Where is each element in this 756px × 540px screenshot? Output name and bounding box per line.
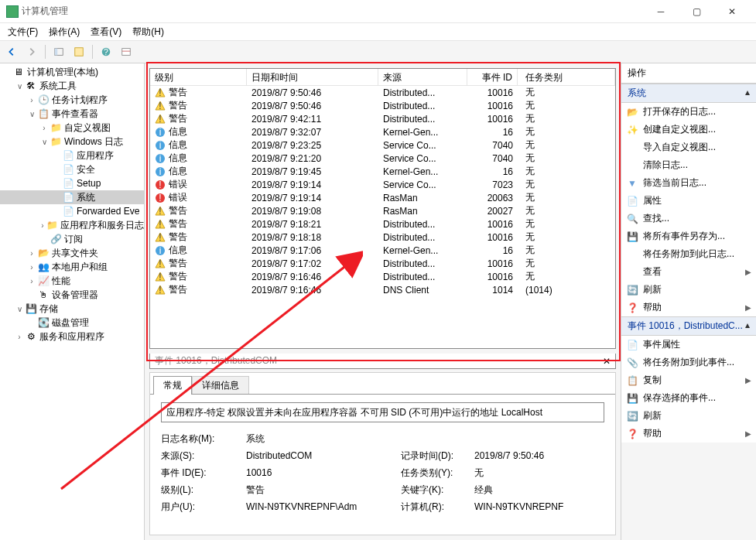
tree-item[interactable]: ›📁应用程序和服务日志 [0,218,144,232]
grid-row[interactable]: !警告2019/8/7 9:18:21Distributed...10016无 [150,217,615,231]
tree-item[interactable]: ∨📁Windows 日志 [0,135,144,149]
action-item[interactable]: 将任务附加到此日志... [621,245,756,263]
grid-row[interactable]: !警告2019/8/7 9:16:46DNS Client1014(1014) [150,283,615,296]
tree-item[interactable]: 💽磁盘管理 [0,316,144,330]
action-item[interactable]: 📋复制▶ [621,371,756,389]
action-button[interactable] [118,43,135,60]
summary-bar[interactable]: 事件 10016，DistributedCOM ✕ [149,354,616,369]
action-item[interactable]: 清除日志... [621,156,756,174]
col-datetime[interactable]: 日期和时间 [247,69,378,85]
tree-item[interactable]: 📄安全 [0,162,144,176]
tree-item[interactable]: ›📂共享文件夹 [0,246,144,260]
collapse-icon[interactable]: ▴ [745,320,750,330]
grid-row[interactable]: !警告2019/8/7 9:16:46Distributed...10016无 [150,270,615,283]
navigation-tree[interactable]: 🖥计算机管理(本地)∨🛠系统工具›🕒任务计划程序∨📋事件查看器›📁自定义视图∨📁… [0,63,145,540]
tree-twisty[interactable]: › [26,277,37,285]
tree-item[interactable]: 📄Setup [0,176,144,190]
tree-item[interactable]: 🖥计算机管理(本地) [0,65,144,79]
action-item[interactable]: ❓帮助▶ [621,299,756,316]
grid-row[interactable]: !警告2019/8/7 9:19:08RasMan20027无 [150,204,615,217]
action-item[interactable]: 💾将所有事件另存为... [621,227,756,245]
show-hide-button[interactable] [50,43,67,60]
menu-view[interactable]: 查看(V) [86,24,126,40]
collapse-icon[interactable]: ▴ [745,87,750,97]
tree-item[interactable]: ∨🛠系统工具 [0,79,144,93]
tree-twisty[interactable]: › [39,221,46,230]
tree-item[interactable]: ›⚙服务和应用程序 [0,330,144,343]
maximize-button[interactable]: ▢ [679,0,714,23]
action-item[interactable]: 💾保存选择的事件... [621,389,756,407]
tree-twisty[interactable]: ∨ [14,82,25,91]
grid-row[interactable]: i信息2019/8/7 9:23:25Service Co...7040无 [150,138,615,152]
help-button[interactable]: ? [97,43,115,60]
level-icon: ! [155,219,166,230]
tree-twisty[interactable]: › [14,333,25,341]
action-item[interactable]: ✨创建自定义视图... [621,121,756,138]
menu-help[interactable]: 帮助(H) [128,24,169,40]
cell-source: Kernel-Gen... [378,166,467,178]
tree-item[interactable]: 🖱设备管理器 [0,288,144,302]
action-item[interactable]: 🔍查找... [621,210,756,227]
menu-file[interactable]: 文件(F) [3,24,43,40]
col-eventid[interactable]: 事件 ID [467,69,518,85]
tree-item[interactable]: ›🕒任务计划程序 [0,93,144,107]
col-category[interactable]: 任务类别 [518,69,615,85]
grid-row[interactable]: i信息2019/8/7 9:19:45Kernel-Gen...16无 [150,165,615,178]
tree-twisty[interactable]: ∨ [14,305,25,313]
minimize-button[interactable]: ─ [643,0,679,23]
action-item[interactable]: 查看▶ [621,263,756,281]
tree-twisty[interactable]: › [26,96,37,104]
action-item[interactable]: 🔄刷新 [621,281,756,299]
tree-item[interactable]: ∨💾存储 [0,302,144,316]
grid-row[interactable]: !警告2019/8/7 9:50:46Distributed...10016无 [150,99,615,112]
tree-twisty[interactable]: ∨ [39,138,50,146]
action-item[interactable]: 📎将任务附加到此事件... [621,354,756,371]
tree-icon: 👥 [37,261,50,273]
menu-action[interactable]: 操作(A) [44,24,84,40]
properties-button[interactable] [70,43,87,60]
tree-twisty[interactable]: › [39,124,50,132]
tree-item[interactable]: 📄应用程序 [0,149,144,162]
action-item[interactable]: 🔄刷新 [621,407,756,425]
close-icon[interactable]: ✕ [603,356,611,367]
actions-header: 操作 [621,63,756,84]
col-source[interactable]: 来源 [378,69,467,85]
col-level[interactable]: 级别 [150,69,247,85]
action-item[interactable]: 📂打开保存的日志... [621,103,756,121]
tree-twisty[interactable]: › [26,249,37,258]
action-item[interactable]: 导入自定义视图... [621,138,756,156]
tree-twisty[interactable]: ∨ [26,110,37,118]
action-icon: ❓ [626,428,638,440]
svg-text:!: ! [159,219,161,230]
tab-details[interactable]: 详细信息 [192,376,249,395]
cell-datetime: 2019/8/7 9:42:11 [247,113,378,125]
tree-item[interactable]: ›👥本地用户和组 [0,260,144,274]
tab-general[interactable]: 常规 [153,376,192,395]
action-item[interactable]: 📄事件属性 [621,336,756,354]
grid-row[interactable]: i信息2019/8/7 9:21:20Service Co...7040无 [150,152,615,165]
prop-value: 无 [474,467,484,480]
tree-item[interactable]: 🔗订阅 [0,232,144,246]
tree-item[interactable]: ›📈性能 [0,274,144,288]
grid-row[interactable]: i信息2019/8/7 9:17:06Kernel-Gen...16无 [150,244,615,257]
close-button[interactable]: ✕ [714,0,750,23]
tree-item[interactable]: ›📁自定义视图 [0,121,144,135]
grid-row[interactable]: i信息2019/8/7 9:32:07Kernel-Gen...16无 [150,125,615,138]
event-grid[interactable]: 级别 日期和时间 来源 事件 ID 任务类别 !警告2019/8/7 9:50:… [149,68,616,349]
tree-item[interactable]: ∨📋事件查看器 [0,107,144,121]
grid-header[interactable]: 级别 日期和时间 来源 事件 ID 任务类别 [150,69,615,86]
action-item[interactable]: ▼筛选当前日志... [621,174,756,192]
action-item[interactable]: 📄属性 [621,192,756,210]
forward-button[interactable] [23,43,40,60]
tree-item[interactable]: 📄Forwarded Eve [0,204,144,218]
tree-twisty[interactable]: › [26,263,37,272]
grid-row[interactable]: !错误2019/8/7 9:19:14RasMan20063无 [150,191,615,204]
tree-item[interactable]: 📄系统 [0,190,144,204]
grid-row[interactable]: !警告2019/8/7 9:18:18Distributed...10016无 [150,231,615,244]
grid-row[interactable]: !错误2019/8/7 9:19:14Service Co...7023无 [150,178,615,191]
back-button[interactable] [3,43,20,60]
grid-row[interactable]: !警告2019/8/7 9:42:11Distributed...10016无 [150,112,615,125]
action-item[interactable]: ❓帮助▶ [621,425,756,443]
grid-row[interactable]: !警告2019/8/7 9:50:46Distributed...10016无 [150,86,615,99]
grid-row[interactable]: !警告2019/8/7 9:17:02Distributed...10016无 [150,257,615,270]
